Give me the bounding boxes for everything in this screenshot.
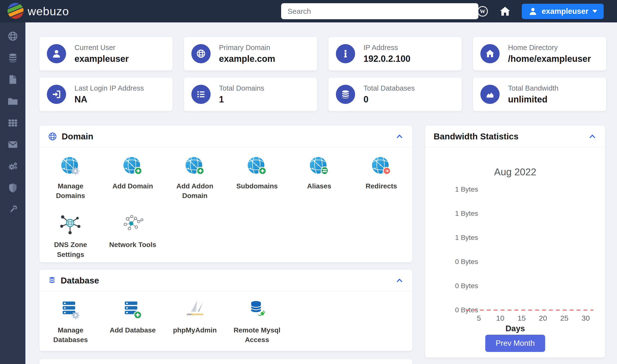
dns-network-icon <box>59 213 82 236</box>
stat-label: Total Bandwidth <box>508 84 559 92</box>
x-axis-tick: 20 <box>539 314 547 322</box>
sidebar-item-apps[interactable] <box>0 112 25 134</box>
file-icon <box>7 74 18 85</box>
webuzo-logo[interactable]: webuzo <box>6 1 69 21</box>
globe-plus-icon <box>245 154 269 177</box>
top-navbar: webuzo W exampleuser <box>0 0 617 22</box>
user-icon <box>47 44 66 63</box>
stat-label: IP Address <box>363 44 410 52</box>
apps-grid-icon <box>7 117 18 128</box>
feature-dns-zone-settings[interactable]: DNS Zone Settings <box>39 213 102 259</box>
feature-redirects[interactable]: Redirects <box>350 154 412 200</box>
next-panel-partial <box>39 359 412 364</box>
x-axis-tick: 15 <box>517 314 526 322</box>
username-label: exampleuser <box>542 7 588 16</box>
tools-wrench-icon <box>7 204 18 215</box>
home-icon <box>499 5 511 17</box>
feature-add-domain[interactable]: Add Domain <box>102 154 164 200</box>
sidebar-item-tools[interactable] <box>0 199 25 220</box>
feature-manage-domains[interactable]: Manage Domains <box>39 154 102 200</box>
feature-network-tools[interactable]: Network Tools <box>102 213 164 259</box>
globe-gear-icon <box>59 154 82 177</box>
chevron-up-icon <box>395 276 404 285</box>
bandwidth-collapse-button[interactable] <box>588 132 597 141</box>
chevron-down-icon <box>592 10 597 13</box>
stat-card-total-databases: Total Databases 0 <box>328 78 462 111</box>
search-input[interactable] <box>281 3 478 19</box>
feature-label: Add Domain <box>112 181 153 191</box>
domain-feature-grid: Manage Domains <box>39 147 412 267</box>
feature-phpmyadmin[interactable]: php MyAdmin phpMyAdmin <box>164 298 226 345</box>
feature-add-addon-domain[interactable]: Add Addon Domain <box>164 154 226 200</box>
stat-card-current-user: Current User exampleuser <box>39 37 173 70</box>
panel-title: Domain <box>62 132 93 141</box>
y-axis-tick: 1 Bytes <box>455 210 478 217</box>
database-feature-grid: Manage Databases <box>39 291 412 352</box>
y-axis-tick: 1 Bytes <box>455 234 478 242</box>
sidebar-item-domains[interactable] <box>0 25 25 47</box>
area-chart-icon <box>480 85 500 104</box>
feature-label: Network Tools <box>109 240 156 249</box>
y-axis-tick: 0 Bytes <box>455 258 478 266</box>
left-sidebar <box>0 22 25 364</box>
x-axis-tick: 5 <box>477 314 481 322</box>
database-icon <box>7 52 18 63</box>
domain-collapse-button[interactable] <box>395 132 404 141</box>
database-collapse-button[interactable] <box>395 276 404 285</box>
feature-manage-databases[interactable]: Manage Databases <box>39 298 102 345</box>
security-shield-icon <box>7 182 18 193</box>
panel-title: Bandwidth Statistics <box>434 132 518 141</box>
feature-label: Add Database <box>110 325 156 335</box>
folder-icon <box>7 96 18 107</box>
domain-panel-header: Domain <box>39 126 412 147</box>
info-icon <box>336 44 355 63</box>
globe-equals-icon <box>308 154 331 177</box>
network-nodes-icon <box>121 213 144 236</box>
user-menu-button[interactable]: exampleuser <box>522 4 604 19</box>
sidebar-item-email[interactable] <box>0 134 25 155</box>
svg-text:MyAdmin: MyAdmin <box>191 313 203 316</box>
feature-label: phpMyAdmin <box>173 325 217 335</box>
stat-label: Last Login IP Address <box>74 84 144 92</box>
stat-value: NA <box>74 94 144 105</box>
svg-text:W: W <box>480 8 486 15</box>
feature-aliases[interactable]: Aliases <box>288 154 350 200</box>
y-axis-tick: 0 Bytes <box>455 282 478 290</box>
feature-remote-mysql-access[interactable]: Remote Mysql Access <box>226 298 288 345</box>
globe-icon <box>7 31 18 42</box>
stat-label: Primary Domain <box>219 44 275 52</box>
feature-label: Aliases <box>307 181 331 191</box>
stat-value: 0 <box>363 94 415 105</box>
sidebar-item-security[interactable] <box>0 177 25 199</box>
feature-label: Remote Mysql Access <box>232 325 282 345</box>
wordpress-button[interactable]: W <box>477 6 488 17</box>
feature-subdomains[interactable]: Subdomains <box>226 154 288 200</box>
bandwidth-panel-header: Bandwidth Statistics <box>425 126 605 147</box>
chevron-up-icon <box>395 132 404 141</box>
server-gear-icon <box>59 298 82 321</box>
sidebar-item-ftp[interactable] <box>0 90 25 112</box>
feature-label: Manage Databases <box>45 325 96 345</box>
stat-label: Current User <box>74 44 129 52</box>
sidebar-item-files[interactable] <box>0 69 25 90</box>
home-button[interactable] <box>499 5 511 17</box>
prev-month-button[interactable]: Prev Month <box>485 335 545 352</box>
x-axis-tick: 10 <box>496 314 504 322</box>
sidebar-item-databases[interactable] <box>0 47 25 69</box>
x-axis-title: Days <box>434 324 596 333</box>
stat-card-primary-domain: Primary Domain example.com <box>184 37 317 70</box>
zero-bandwidth-dashed-line <box>466 310 593 311</box>
user-icon <box>528 7 538 16</box>
chart-title: Aug 2022 <box>425 166 605 178</box>
stat-card-ip-address: IP Address 192.0.2.100 <box>328 37 462 70</box>
settings-gears-icon <box>7 161 18 172</box>
svg-text:php: php <box>187 313 191 315</box>
bandwidth-panel: Bandwidth Statistics Aug 2022 1 Bytes 1 … <box>425 126 605 358</box>
database-icon <box>336 85 355 104</box>
sidebar-item-settings[interactable] <box>0 155 25 177</box>
panel-title: Database <box>61 276 99 285</box>
stat-value: 192.0.2.100 <box>363 54 410 64</box>
stat-value: exampleuser <box>74 54 129 64</box>
feature-add-database[interactable]: Add Database <box>102 298 164 345</box>
feature-label: Redirects <box>365 181 397 191</box>
